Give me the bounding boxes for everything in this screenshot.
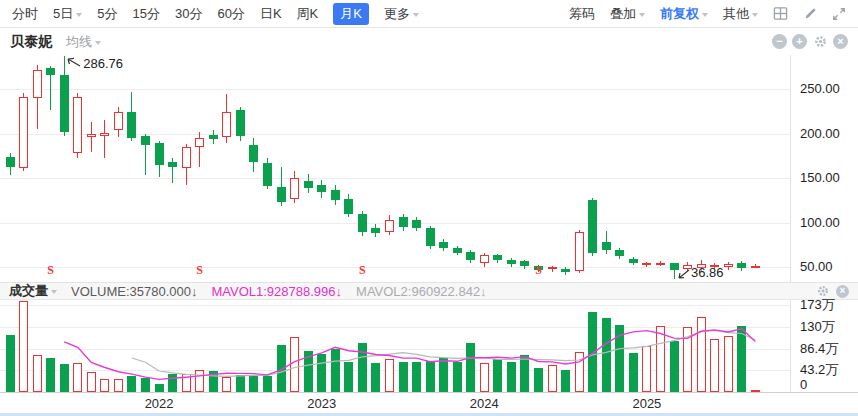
candle-body [141,136,150,145]
fullscreen-icon[interactable] [832,7,846,21]
volume-bar [629,353,638,392]
candle-body [412,220,421,228]
sell-signal-marker: S [356,263,368,278]
price-axis: 250.00200.00150.00100.0050.00 [790,55,858,282]
volume-bar [195,370,204,392]
ma-dropdown[interactable]: 均线 [66,33,101,51]
sell-signal-marker: S [194,263,206,278]
volume-bar [670,341,679,392]
period-5日[interactable]: 5日 [53,5,82,23]
volume-bar [141,378,150,392]
volume-chart[interactable] [0,300,790,392]
candle-body [6,157,15,168]
volume-bar [683,327,692,392]
high-annotation: 286.76 [83,56,123,71]
volume-bar [19,301,28,393]
candle-body [344,199,353,214]
period-5分[interactable]: 5分 [97,5,117,23]
volume-bar [439,358,448,392]
volume-value: VOLUME:35780.000↓ [71,284,197,299]
gridline [0,327,790,328]
volume-bar [520,355,529,392]
candle-body [100,133,109,137]
high-annotation-arrow [65,56,81,68]
volume-bar [642,346,651,392]
period-更多[interactable]: 更多 [384,5,419,23]
year-label: 2022 [135,396,183,411]
toolbar-right: 筹码叠加前复权其他 [569,5,846,23]
year-label: 2023 [298,396,346,411]
volume-header: 成交量 VOLUME:35780.000↓ MAVOL1:928788.996↓… [0,282,858,300]
volume-bar [412,362,421,392]
volume-bar [615,325,624,392]
layout-grid-icon[interactable] [773,6,788,21]
candle-body [182,147,191,168]
gridline [0,305,790,306]
candle-body [127,112,136,138]
close-icon[interactable]: × [833,34,848,49]
period-60分[interactable]: 60分 [217,5,244,23]
price-axis-label: 150.00 [800,170,840,185]
candle-body [520,261,529,266]
volume-bar [304,351,313,392]
volume-bar [588,312,597,393]
zoom-out-icon[interactable]: − [772,34,787,49]
volume-bar [317,354,326,392]
candle-body [548,267,557,269]
toolbar-item-筹码[interactable]: 筹码 [569,5,595,23]
period-周K[interactable]: 周K [297,5,319,23]
volume-bar [399,362,408,392]
volume-bar [724,336,733,392]
period-日K[interactable]: 日K [260,5,282,23]
volume-bar [60,364,69,392]
candle-body [19,97,28,168]
main-candlestick-chart[interactable]: SSSS286.7636.86 [0,56,790,282]
volume-bar [114,379,123,392]
period-30分[interactable]: 30分 [175,5,202,23]
volume-bar [222,377,231,392]
toolbar-item-叠加[interactable]: 叠加 [610,5,645,23]
candle-body [236,110,245,136]
draw-icon[interactable] [803,7,817,21]
time-axis: 2022202320242025 [0,392,858,413]
candle-wick [104,120,105,158]
period-分时[interactable]: 分时 [12,5,38,23]
zoom-in-icon[interactable]: + [792,34,807,49]
volume-axis-label: 0 [800,377,807,392]
candle-body [737,263,746,268]
gridline [0,223,790,224]
candle-body [73,97,82,153]
settings-icon[interactable] [812,34,828,50]
candle-body [575,232,584,270]
volume-bar [236,375,245,392]
volume-bar [480,363,489,392]
candle-body [602,242,611,250]
volume-bar [73,363,82,392]
volume-axis: 173万130万86.4万43.2万0 [790,300,858,392]
volume-indicator-dropdown[interactable]: 成交量 [9,282,57,300]
volume-bar [710,339,719,392]
volume-bar [737,326,746,392]
period-15分[interactable]: 15分 [132,5,159,23]
period-月K[interactable]: 月K [333,3,369,25]
candle-body [588,200,597,253]
candle-body [615,250,624,256]
volume-bar [249,375,258,392]
candle-body [263,163,272,186]
candle-body [249,145,258,162]
stock-name: 贝泰妮 [10,33,52,51]
volume-bar [371,363,380,392]
candle-body [561,269,570,273]
price-axis-label: 50.00 [800,259,833,274]
chevron-down-icon [95,41,101,45]
volume-bar [466,343,475,392]
toolbar-item-其他[interactable]: 其他 [723,5,758,23]
candle-body [371,228,380,233]
gridline [0,89,790,90]
volume-bar [182,374,191,392]
close-icon[interactable]: × [836,285,849,298]
price-axis-label: 200.00 [800,126,840,141]
chart-name-bar: 贝泰妮 均线 −+× [0,28,858,55]
volume-bar [656,326,665,392]
toolbar-item-前复权[interactable]: 前复权 [660,5,708,23]
